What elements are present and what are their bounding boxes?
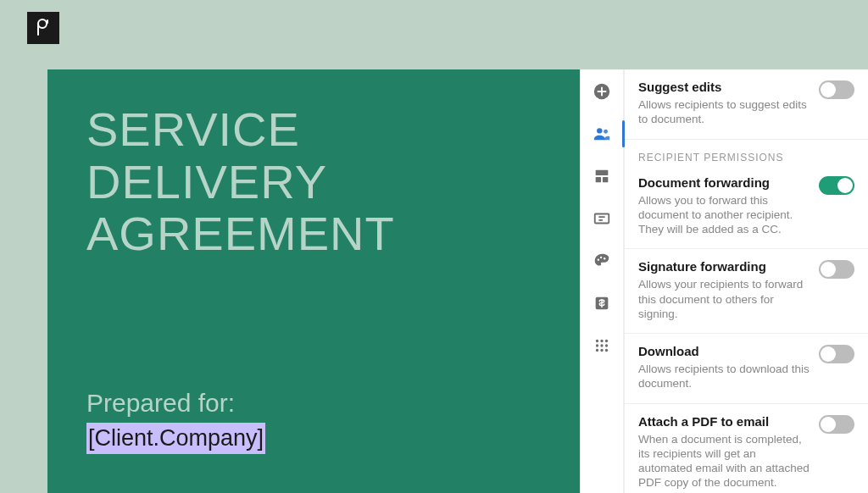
prepared-for-label: Prepared for: [86, 389, 541, 418]
svg-point-17 [596, 349, 598, 352]
design-icon [593, 252, 611, 270]
svg-point-15 [600, 344, 603, 346]
setting-title: Attach a PDF to email [638, 414, 812, 429]
svg-rect-4 [596, 177, 601, 182]
setting-desc: Allows you to forward this document to a… [638, 193, 812, 237]
document-title: SERVICE DELIVERY AGREEMENT [86, 103, 541, 260]
pricing-icon [593, 294, 611, 313]
setting-title: Document forwarding [638, 175, 812, 190]
toggle-attach-pdf[interactable] [819, 415, 854, 434]
rail-apps[interactable] [590, 334, 614, 357]
setting-document-forwarding: Document forwarding Allows you to forwar… [625, 165, 868, 250]
svg-rect-6 [595, 214, 609, 224]
svg-point-19 [605, 349, 608, 352]
svg-point-8 [600, 257, 602, 258]
settings-sidebar: Suggest edits Allows recipients to sugge… [580, 69, 868, 493]
settings-panel: Suggest edits Allows recipients to sugge… [625, 69, 868, 493]
setting-desc: Allows your recipients to forward this d… [638, 277, 812, 321]
prepared-block: Prepared for: [Client.Company] [86, 389, 541, 454]
rail-pricing[interactable] [590, 291, 614, 315]
svg-rect-3 [596, 170, 609, 175]
content-icon [593, 167, 611, 186]
svg-point-9 [604, 258, 605, 259]
setting-title: Download [638, 344, 812, 358]
setting-attach-pdf: Attach a PDF to email When a document is… [625, 404, 868, 493]
pd-logo-icon [33, 18, 53, 38]
svg-point-7 [598, 258, 599, 260]
svg-rect-5 [603, 177, 608, 182]
setting-title: Suggest edits [638, 80, 812, 94]
svg-point-11 [596, 340, 598, 342]
toggle-suggest-edits[interactable] [819, 80, 854, 99]
setting-signature-forwarding: Signature forwarding Allows your recipie… [625, 249, 868, 334]
svg-point-14 [596, 344, 598, 346]
setting-desc: When a document is completed, its recipi… [638, 432, 812, 490]
svg-point-16 [605, 344, 608, 346]
toggle-document-forwarding[interactable] [819, 176, 854, 195]
toggle-download[interactable] [819, 345, 854, 363]
icon-rail [581, 69, 625, 493]
svg-point-2 [604, 130, 608, 134]
add-icon [593, 82, 611, 101]
setting-desc: Allows recipients to download this docum… [638, 362, 812, 391]
rail-recipients[interactable] [590, 122, 614, 146]
rail-design[interactable] [590, 249, 614, 273]
setting-download: Download Allows recipients to download t… [625, 334, 868, 404]
document-preview: SERVICE DELIVERY AGREEMENT Prepared for:… [47, 69, 580, 493]
rail-content[interactable] [590, 164, 614, 188]
recipients-icon [593, 125, 611, 143]
rail-add[interactable] [590, 80, 614, 103]
svg-point-13 [605, 340, 608, 342]
svg-point-12 [600, 340, 603, 342]
app-logo [27, 12, 59, 44]
apps-icon [593, 336, 611, 355]
svg-point-1 [597, 128, 602, 133]
rail-fields[interactable] [590, 207, 614, 230]
svg-point-18 [600, 349, 603, 352]
section-header-permissions: RECIPIENT PERMISSIONS [625, 140, 868, 165]
toggle-signature-forwarding[interactable] [819, 260, 854, 279]
fields-icon [593, 209, 611, 228]
setting-suggest-edits: Suggest edits Allows recipients to sugge… [625, 69, 868, 140]
setting-title: Signature forwarding [638, 259, 812, 274]
client-company-placeholder[interactable]: [Client.Company] [86, 423, 265, 454]
setting-desc: Allows recipients to suggest edits to do… [638, 97, 812, 127]
